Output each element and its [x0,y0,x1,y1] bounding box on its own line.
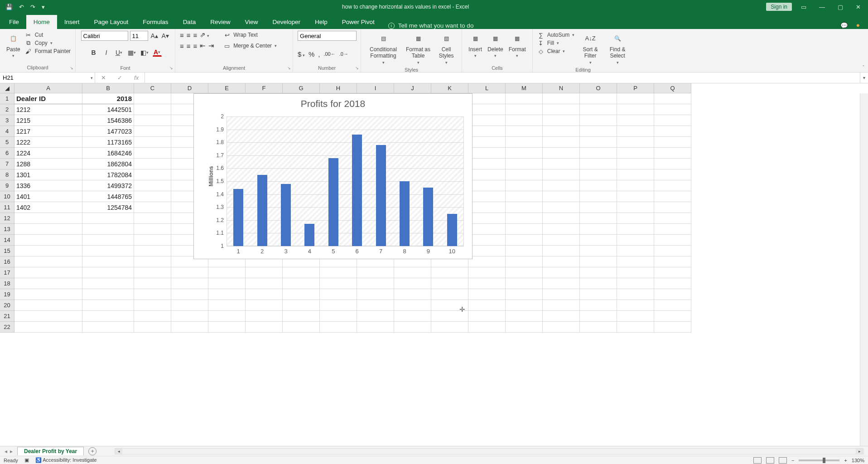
cell-N6[interactable] [543,148,580,159]
cell-L8[interactable] [468,169,506,180]
cell-J17[interactable] [394,267,431,278]
cell-O4[interactable] [580,126,617,137]
col-header-O[interactable]: O [580,83,617,93]
cell-C17[interactable] [134,267,171,278]
tab-formulas[interactable]: Formulas [135,15,175,29]
cell-D17[interactable] [171,267,208,278]
tab-review[interactable]: Review [203,15,237,29]
cell-M5[interactable] [506,137,543,148]
row-header-19[interactable]: 19 [0,289,14,300]
cell-Q12[interactable] [654,213,691,224]
cell-L11[interactable] [468,202,506,213]
col-header-P[interactable]: P [617,83,654,93]
cell-C22[interactable] [134,322,171,333]
col-header-L[interactable]: L [468,83,506,93]
cell-F19[interactable] [246,289,283,300]
cell-L9[interactable] [468,180,506,191]
col-header-J[interactable]: J [394,83,431,93]
name-box-dropdown-icon[interactable]: ▾ [91,76,93,80]
cell-C8[interactable] [134,169,171,180]
cell-E17[interactable] [208,267,246,278]
cell-Q19[interactable] [654,289,691,300]
cell-G20[interactable] [283,300,320,311]
cell-H22[interactable] [320,322,357,333]
cell-N19[interactable] [543,289,580,300]
tab-file[interactable]: File [2,15,26,29]
cell-M19[interactable] [506,289,543,300]
conditional-formatting-button[interactable]: ▤Conditional Formatting [366,31,401,66]
col-header-F[interactable]: F [246,83,283,93]
col-header-K[interactable]: K [431,83,468,93]
col-header-D[interactable]: D [171,83,208,93]
cell-D21[interactable] [171,311,208,322]
cell-L22[interactable] [468,322,506,333]
col-header-Q[interactable]: Q [654,83,691,93]
cell-Q15[interactable] [654,246,691,256]
border-button[interactable]: ▦ [127,48,136,57]
cell-I17[interactable] [357,267,394,278]
cell-O17[interactable] [580,267,617,278]
cell-E18[interactable] [208,278,246,289]
cell-B20[interactable] [82,300,134,311]
sign-in-button[interactable]: Sign in [766,3,792,11]
cell-O12[interactable] [580,213,617,224]
cell-Q6[interactable] [654,148,691,159]
cell-B3[interactable]: 1546386 [82,115,134,126]
cut-button[interactable]: ✂Cut [25,31,71,39]
cell-K18[interactable] [431,278,468,289]
insert-cells-button[interactable]: ▦Insert [467,31,484,59]
percent-format-icon[interactable]: % [309,50,314,58]
align-middle-icon[interactable]: ≡ [187,31,191,39]
enter-formula-icon[interactable]: ✓ [117,74,122,81]
cell-J18[interactable] [394,278,431,289]
row-header-12[interactable]: 12 [0,213,14,224]
cell-A22[interactable] [14,322,82,333]
cell-F18[interactable] [246,278,283,289]
col-header-C[interactable]: C [134,83,171,93]
cell-D20[interactable] [171,300,208,311]
cell-P1[interactable] [617,93,654,104]
cell-Q21[interactable] [654,311,691,322]
paste-button[interactable]: 📋 Paste ▾ [5,31,22,59]
cell-M6[interactable] [506,148,543,159]
row-header-15[interactable]: 15 [0,246,14,256]
cell-N21[interactable] [543,311,580,322]
cell-L20[interactable] [468,300,506,311]
cell-F22[interactable] [246,322,283,333]
cell-B11[interactable]: 1254784 [82,202,134,213]
cell-N18[interactable] [543,278,580,289]
cell-L21[interactable] [468,311,506,322]
cell-P2[interactable] [617,104,654,115]
cell-C16[interactable] [134,256,171,267]
col-header-E[interactable]: E [208,83,246,93]
comma-format-icon[interactable]: , [318,50,320,58]
cell-L5[interactable] [468,137,506,148]
cell-Q13[interactable] [654,224,691,235]
cell-O5[interactable] [580,137,617,148]
row-header-8[interactable]: 8 [0,169,14,180]
cell-G21[interactable] [283,311,320,322]
cell-G18[interactable] [283,278,320,289]
zoom-level[interactable]: 130% [852,458,864,463]
cell-B10[interactable]: 1448765 [82,191,134,202]
col-header-A[interactable]: A [14,83,82,93]
cell-B18[interactable] [82,278,134,289]
select-all-corner[interactable]: ◢ [0,83,14,93]
increase-indent-icon[interactable]: ⇥ [208,42,214,50]
cell-O13[interactable] [580,224,617,235]
cell-L16[interactable] [468,256,506,267]
cell-N5[interactable] [543,137,580,148]
zoom-in-button[interactable]: + [844,458,847,463]
cell-B7[interactable]: 1862804 [82,159,134,169]
cell-M17[interactable] [506,267,543,278]
increase-decimal-icon[interactable]: .00← [323,51,335,57]
cell-C9[interactable] [134,180,171,191]
row-header-20[interactable]: 20 [0,300,14,311]
cell-C18[interactable] [134,278,171,289]
row-header-13[interactable]: 13 [0,224,14,235]
cell-Q10[interactable] [654,191,691,202]
cell-M16[interactable] [506,256,543,267]
cell-L12[interactable] [468,213,506,224]
cell-O21[interactable] [580,311,617,322]
sort-filter-button[interactable]: A↓ZSort & Filter [579,31,602,66]
